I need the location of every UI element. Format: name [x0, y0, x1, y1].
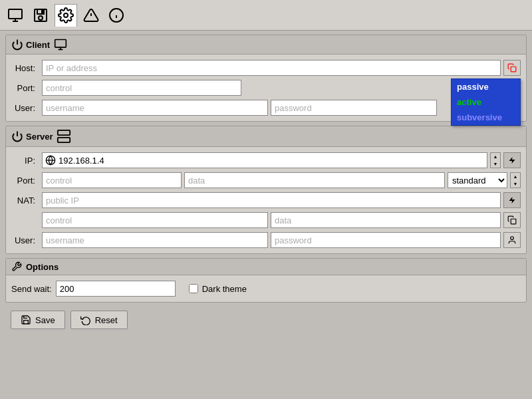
port-control-input-server[interactable] — [42, 172, 182, 188]
svg-point-7 — [64, 13, 68, 17]
nat-label: NAT: — [11, 196, 39, 205]
svg-rect-0 — [9, 9, 22, 19]
reset-icon — [80, 315, 91, 325]
dark-theme-checkbox[interactable] — [189, 284, 198, 293]
user-label-client: User: — [11, 103, 39, 113]
options-header-label: Options — [26, 262, 59, 272]
user-icon-button[interactable] — [503, 232, 521, 248]
server-icon — [57, 129, 71, 144]
control-copy-icon — [507, 215, 517, 225]
power-icon — [11, 39, 23, 51]
password-input-server[interactable] — [271, 232, 501, 248]
ip-spinner: ▲ ▼ — [490, 152, 501, 168]
save-button[interactable]: Save — [11, 311, 65, 329]
svg-marker-26 — [509, 197, 515, 203]
client-header-label: Client — [26, 40, 50, 50]
server-body: IP: 192.168.1.4 ▲ ▼ — [6, 147, 526, 253]
bottom-bar: Save Reset — [5, 307, 527, 333]
main-content: Client Host: — [0, 31, 532, 399]
control-data-row — [11, 212, 521, 228]
svg-rect-17 — [511, 66, 516, 72]
client-body: Host: Port: passive active subversive — [6, 55, 526, 121]
port-input-client[interactable] — [42, 80, 241, 96]
port-row-server: Port: standard custom ▲ ▼ — [11, 172, 521, 188]
ip-label: IP: — [11, 156, 39, 166]
standard-spinner-down[interactable]: ▼ — [511, 180, 520, 188]
ip-spinner-up[interactable]: ▲ — [491, 153, 500, 160]
host-label: Host: — [11, 63, 39, 73]
port-row-client: Port: passive active subversive — [11, 80, 521, 96]
svg-rect-5 — [42, 11, 43, 13]
port-label-server: Port: — [11, 176, 39, 186]
ip-row: IP: 192.168.1.4 ▲ ▼ — [11, 152, 521, 168]
user-row-server: User: — [11, 232, 521, 248]
client-header: Client — [6, 35, 526, 55]
ip-spinner-down[interactable]: ▼ — [491, 160, 500, 168]
tab-disk[interactable] — [29, 4, 52, 27]
options-header: Options — [6, 259, 526, 275]
svg-point-28 — [511, 237, 514, 240]
client-monitor-icon — [54, 38, 67, 51]
port-label-client: Port: — [11, 83, 39, 93]
dropdown-item-subversive[interactable]: subversive — [452, 110, 520, 125]
svg-point-6 — [39, 16, 43, 20]
top-toolbar — [0, 0, 532, 31]
nat-row: NAT: — [11, 192, 521, 208]
user-icon — [507, 235, 517, 245]
dark-theme-row: Dark theme — [189, 284, 247, 294]
client-panel: Client Host: — [5, 35, 527, 122]
save-label: Save — [35, 315, 55, 325]
host-copy-button[interactable] — [503, 60, 521, 76]
svg-rect-20 — [58, 138, 70, 142]
standard-spinner-up[interactable]: ▲ — [511, 173, 520, 180]
send-wait-label: Send wait: — [11, 284, 52, 294]
dropdown-item-passive[interactable]: passive — [452, 79, 520, 94]
send-wait-row: Send wait: 200 — [11, 281, 176, 297]
svg-rect-19 — [58, 130, 70, 135]
reset-label: Reset — [95, 315, 118, 325]
svg-rect-14 — [55, 40, 66, 48]
standard-spinner: ▲ ▼ — [510, 172, 521, 188]
user-row-client: User: — [11, 100, 521, 116]
wrench-icon — [11, 261, 22, 272]
ip-lightning-button[interactable] — [503, 152, 521, 168]
username-input-server[interactable] — [42, 232, 268, 248]
reset-button[interactable]: Reset — [70, 311, 128, 329]
host-input[interactable] — [42, 60, 501, 76]
tab-warning[interactable] — [80, 4, 102, 27]
tab-info[interactable] — [105, 4, 128, 27]
dropdown-item-active[interactable]: active — [452, 94, 520, 110]
data-input-server[interactable] — [271, 212, 501, 228]
server-power-icon — [11, 130, 23, 142]
nat-lightning-icon — [508, 196, 516, 205]
nat-input[interactable] — [42, 192, 501, 208]
port-data-input-server[interactable] — [184, 172, 445, 188]
network-icon — [45, 155, 56, 166]
save-icon — [21, 315, 31, 325]
dark-theme-label: Dark theme — [202, 284, 247, 294]
mode-dropdown-list: passive active subversive — [451, 78, 521, 126]
server-panel: Server IP: 192.168.1.4 — [5, 126, 527, 254]
options-body: Send wait: 200 Dark theme — [6, 275, 526, 302]
options-panel: Options Send wait: 200 Dark theme — [5, 258, 527, 303]
username-input-client[interactable] — [42, 100, 268, 116]
server-header-label: Server — [26, 132, 53, 142]
svg-rect-27 — [511, 219, 516, 224]
standard-select[interactable]: standard custom — [448, 172, 507, 188]
svg-marker-25 — [509, 157, 515, 164]
tab-screen[interactable] — [4, 4, 27, 27]
lightning-icon — [508, 156, 516, 165]
send-wait-input[interactable]: 200 — [56, 281, 176, 297]
ip-input[interactable]: 192.168.1.4 — [56, 156, 484, 166]
copy-icon — [507, 63, 517, 72]
control-input-server[interactable] — [42, 212, 268, 228]
password-input-client[interactable] — [271, 100, 437, 116]
tab-settings[interactable] — [55, 4, 77, 27]
user-label-server: User: — [11, 235, 39, 245]
host-row: Host: — [11, 60, 521, 76]
control-copy-button[interactable] — [503, 212, 521, 228]
server-header: Server — [6, 126, 526, 147]
nat-lightning-button[interactable] — [503, 192, 521, 208]
